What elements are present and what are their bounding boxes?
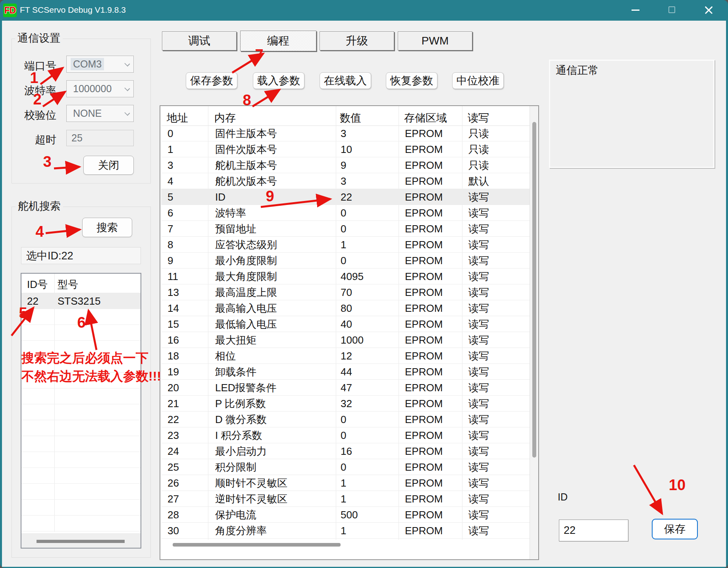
list-row-divider — [21, 468, 141, 468]
table-row[interactable]: 27逆时针不灵敏区1EPROM读写 — [161, 491, 530, 507]
table-row[interactable]: 30角度分辨率1EPROM读写 — [161, 523, 530, 539]
table-row[interactable]: 28保护电流500EPROM读写 — [161, 507, 530, 523]
table-vscroll-thumb[interactable] — [532, 122, 536, 458]
table-cell-area: EPROM — [405, 270, 443, 282]
search-button[interactable]: 搜索 — [82, 218, 132, 237]
table-cell-value: 12 — [341, 350, 352, 362]
timeout-label: 超时 — [16, 133, 56, 147]
servo-model-cell: STS3215 — [58, 295, 100, 307]
maximize-button[interactable] — [660, 0, 684, 21]
servo-list-row[interactable]: 22 STS3215 — [21, 293, 141, 309]
parity-select[interactable]: NONE — [66, 105, 134, 122]
table-cell-name: 角度分辨率 — [215, 524, 267, 537]
table-vscrollbar[interactable] — [530, 106, 538, 559]
table-cell-name: 最高输入电压 — [215, 301, 277, 315]
tab-debug[interactable]: 调试 — [162, 31, 237, 50]
table-cell-value: 16 — [341, 445, 352, 457]
title-bar[interactable]: FD FT SCServo Debug V1.9.8.3 — [0, 0, 728, 21]
selected-id-panel: 选中ID:22 — [21, 247, 141, 264]
table-row[interactable]: 16最大扭矩1000EPROM读写 — [161, 332, 530, 348]
table-row[interactable]: 23I 积分系数0EPROM读写 — [161, 427, 530, 443]
table-cell-value: 4095 — [341, 270, 364, 282]
servo-id-cell: 22 — [27, 295, 39, 307]
tab-programming[interactable]: 编程 — [240, 31, 316, 51]
table-row[interactable]: 1固件次版本号10EPROM只读 — [161, 141, 530, 157]
port-select[interactable]: COM3 — [66, 56, 134, 73]
table-row[interactable]: 7预留地址0EPROM读写 — [161, 221, 530, 237]
table-cell-name: 固件次版本号 — [215, 142, 277, 156]
table-row[interactable]: 22D 微分系数0EPROM读写 — [161, 412, 530, 427]
table-cell-value: 3 — [341, 127, 346, 139]
table-cell-addr: 30 — [168, 524, 179, 537]
port-label: 端口号 — [16, 59, 56, 73]
minimize-button[interactable] — [623, 0, 648, 21]
table-cell-addr: 0 — [168, 127, 173, 139]
table-cell-rw: 读写 — [468, 428, 489, 442]
table-cell-value: 3 — [341, 175, 346, 187]
table-row[interactable]: 5ID22EPROM读写 — [161, 189, 530, 205]
parity-value: NONE — [71, 107, 104, 120]
table-row[interactable]: 25积分限制0EPROM读写 — [161, 459, 530, 475]
table-cell-value: 47 — [341, 381, 352, 394]
table-cell-value: 40 — [341, 318, 352, 330]
table-row[interactable]: 19卸载条件44EPROM读写 — [161, 364, 530, 380]
servo-list-hscrollbar[interactable] — [21, 533, 141, 548]
baud-select[interactable]: 1000000 — [66, 80, 134, 97]
tab-upgrade[interactable]: 升级 — [320, 31, 394, 50]
table-cell-rw: 只读 — [468, 126, 489, 140]
list-row-divider — [21, 309, 141, 309]
table-cell-rw: 读写 — [468, 301, 489, 315]
table-cell-addr: 5 — [168, 191, 173, 203]
table-row[interactable]: 8应答状态级别1EPROM读写 — [161, 237, 530, 253]
table-cell-addr: 11 — [168, 270, 178, 282]
servo-list-hscroll-thumb[interactable] — [37, 540, 125, 543]
table-row[interactable]: 24最小启动力16EPROM读写 — [161, 443, 530, 459]
save-id-button[interactable]: 保存 — [652, 519, 698, 539]
tab-pwm[interactable]: PWM — [398, 31, 472, 50]
table-cell-addr: 20 — [168, 381, 179, 394]
table-hscroll-thumb[interactable] — [173, 543, 341, 547]
table-row[interactable]: 6波特率0EPROM读写 — [161, 205, 530, 221]
table-cell-area: EPROM — [405, 191, 443, 203]
table-row[interactable]: 4舵机次版本号3EPROM默认 — [161, 173, 530, 189]
table-cell-rw: 读写 — [468, 365, 489, 379]
table-row[interactable]: 13最高温度上限70EPROM读写 — [161, 284, 530, 300]
midpoint-calibration-button[interactable]: 中位校准 — [452, 72, 504, 89]
table-row[interactable]: 3舵机主版本号9EPROM只读 — [161, 157, 530, 173]
baud-label: 波特率 — [16, 83, 56, 98]
table-row[interactable]: 0固件主版本号3EPROM只读 — [161, 126, 530, 141]
table-cell-area: EPROM — [405, 397, 443, 410]
save-params-button[interactable]: 保存参数 — [186, 72, 237, 89]
close-button[interactable] — [696, 0, 721, 21]
table-row[interactable]: 11最大角度限制4095EPROM读写 — [161, 269, 530, 284]
table-cell-rw: 读写 — [468, 508, 489, 522]
table-cell-addr: 13 — [168, 286, 179, 298]
table-cell-value: 10 — [341, 143, 352, 155]
table-cell-name: 最大角度限制 — [215, 269, 277, 283]
servo-list[interactable]: ID号 型号 22 STS3215 — [21, 273, 141, 549]
restore-params-button[interactable]: 恢复参数 — [386, 72, 437, 89]
table-cell-area: EPROM — [405, 254, 443, 267]
online-load-button[interactable]: 在线载入 — [320, 72, 371, 89]
timeout-input[interactable]: 25 — [66, 130, 134, 146]
chevron-down-icon — [124, 110, 130, 116]
table-cell-rw: 读写 — [468, 269, 489, 283]
table-row[interactable]: 26顺时针不灵敏区1EPROM读写 — [161, 475, 530, 491]
load-params-button[interactable]: 载入参数 — [253, 72, 304, 89]
table-cell-area: EPROM — [405, 318, 443, 330]
close-port-button[interactable]: 关闭 — [83, 156, 134, 175]
table-row[interactable]: 18相位12EPROM读写 — [161, 348, 530, 364]
table-cell-area: EPROM — [405, 302, 443, 314]
id-input[interactable]: 22 — [559, 520, 628, 541]
table-row[interactable]: 21P 比例系数32EPROM读写 — [161, 396, 530, 412]
table-cell-rw: 读写 — [468, 381, 489, 394]
table-row[interactable]: 20LED报警条件47EPROM读写 — [161, 380, 530, 396]
table-cell-name: 卸载条件 — [215, 365, 256, 379]
table-cell-area: EPROM — [405, 429, 443, 441]
table-cell-area: EPROM — [405, 445, 443, 457]
table-row[interactable]: 14最高输入电压80EPROM读写 — [161, 300, 530, 316]
table-cell-area: EPROM — [405, 381, 443, 394]
table-row[interactable]: 15最低输入电压40EPROM读写 — [161, 316, 530, 332]
servo-search-title: 舵机搜索 — [15, 199, 63, 213]
table-row[interactable]: 9最小角度限制0EPROM读写 — [161, 253, 530, 269]
